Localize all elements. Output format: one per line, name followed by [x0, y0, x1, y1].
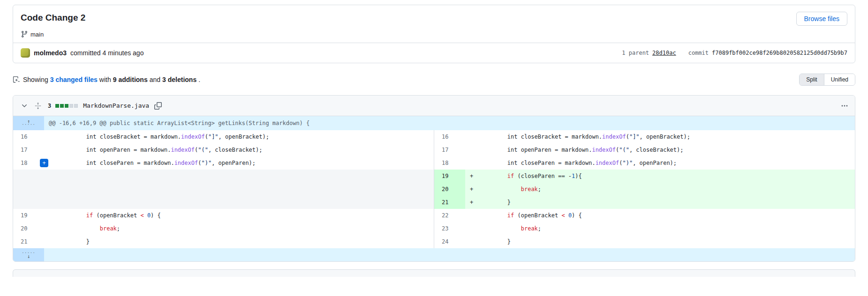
code-token: break: [521, 186, 538, 192]
added-line-marker: +: [470, 186, 480, 192]
code-line: break;: [44, 222, 434, 235]
line-number-cell[interactable]: 17: [13, 143, 44, 156]
diff-code-row: 17 int openParen = markdown.indexOf("(",…: [13, 143, 855, 156]
code-token: [480, 173, 507, 179]
code-token: , openBracket);: [219, 133, 269, 140]
line-number-cell[interactable]: 23: [434, 222, 465, 235]
branch-indicator: main: [21, 30, 847, 38]
code-token: (: [619, 160, 622, 166]
expand-up-button[interactable]: ↑ ·····: [13, 116, 44, 130]
code-token: (openBracket: [93, 212, 140, 219]
code-token: <: [140, 212, 143, 219]
diff-half-left: [13, 183, 434, 196]
line-number-cell[interactable]: 18+: [13, 156, 44, 170]
empty-code-cell: [44, 170, 434, 183]
code-line: int openParen = markdown.indexOf("(", cl…: [465, 143, 855, 156]
browse-files-button[interactable]: Browse files: [796, 12, 847, 26]
code-token: (: [205, 133, 208, 140]
diff-code-row: 20+ break;: [13, 183, 855, 196]
code-line: int closeBracket = markdown.indexOf("]",…: [465, 130, 855, 143]
code-line: int closeParen = markdown.indexOf(")", o…: [465, 156, 855, 170]
drag-grip-icon[interactable]: [33, 101, 43, 111]
line-number-cell[interactable]: 20: [13, 222, 44, 235]
code-token: [144, 212, 147, 219]
line-number-cell[interactable]: 19: [434, 170, 465, 183]
code-token: "(": [619, 147, 629, 153]
period: .: [198, 76, 200, 83]
diff-half-right: 19+ if (closeParen == -1){: [434, 170, 855, 183]
next-file-card-stub: [13, 269, 855, 277]
diff-code-row: 21 }24 }: [13, 235, 855, 248]
line-number-cell[interactable]: 17: [434, 143, 465, 156]
copy-path-icon[interactable]: [153, 101, 163, 111]
code-token: int openParen = markdown.: [59, 147, 171, 153]
code-token: [59, 212, 86, 219]
code-token: if: [507, 173, 514, 179]
diff-half-left: [13, 196, 434, 209]
diff-half-right: 23 break;: [434, 222, 855, 235]
code-token: int closeBracket = markdown.: [59, 133, 181, 140]
code-token: int closeParen = markdown.: [59, 160, 174, 166]
line-number-cell[interactable]: 20: [434, 183, 465, 196]
unified-view-button[interactable]: Unified: [824, 74, 855, 85]
diff-half-right: 18 int closeParen = markdown.indexOf(")"…: [434, 156, 855, 170]
code-token: indexOf: [171, 147, 195, 153]
diff-half-left: 21 }: [13, 235, 434, 248]
hunk-header-row: ↑ ····· @@ -16,6 +16,9 @@ public static …: [13, 116, 855, 130]
author-group: molmedo3 committed 4 minutes ago: [21, 48, 143, 58]
code-line: + }: [465, 196, 855, 209]
line-number-cell[interactable]: 18: [434, 156, 465, 170]
code-token: (: [616, 147, 619, 153]
commit-sha: f7089fbf002ce98f269b8020582125d0dd75b9b7: [712, 50, 847, 56]
code-line: int closeBracket = markdown.indexOf("]",…: [44, 130, 434, 143]
code-token: [480, 186, 521, 192]
code-token: (: [195, 147, 198, 153]
line-number-cell[interactable]: 16: [13, 130, 44, 143]
parent-sha-link[interactable]: 28d10ac: [652, 50, 676, 56]
diffstat-neutral-square: [74, 104, 78, 108]
code-line: int closeParen = markdown.indexOf(")", o…: [44, 156, 434, 170]
line-number-cell[interactable]: 16: [434, 130, 465, 143]
diffstat-neutral-square: [69, 104, 73, 108]
code-token: , closeBracket);: [208, 147, 263, 153]
code-token: (closeParen == -: [514, 173, 572, 179]
code-token: ;: [117, 225, 120, 232]
code-token: [59, 225, 100, 232]
changed-files-link[interactable]: 3 changed files: [50, 76, 98, 83]
diffstat-added-square: [65, 104, 68, 108]
code-line: int openParen = markdown.indexOf("(", cl…: [44, 143, 434, 156]
diff-half-right: 21+ }: [434, 196, 855, 209]
code-token: 1: [572, 173, 575, 179]
line-number-cell[interactable]: 19: [13, 209, 44, 222]
code-line: }: [44, 235, 434, 248]
file-options-kebab-icon[interactable]: [840, 101, 849, 111]
committed-text: committed 4 minutes ago: [70, 49, 143, 57]
diffstat-added-square: [60, 104, 64, 108]
expand-down-button[interactable]: ····· ↓: [13, 248, 44, 261]
diff-code-row: 19+ if (closeParen == -1){: [13, 170, 855, 183]
code-token: ;: [538, 225, 541, 232]
code-token: , openParen);: [211, 160, 256, 166]
line-number-cell[interactable]: 24: [434, 235, 465, 248]
add-comment-plus-button[interactable]: +: [40, 159, 48, 167]
diff-half-right: 22 if (openBracket < 0) {: [434, 209, 855, 222]
code-token: }: [480, 199, 511, 206]
collapse-file-chevron-icon[interactable]: [20, 101, 29, 111]
code-token: (: [198, 160, 201, 166]
file-changed-lines-count: 3: [48, 103, 51, 109]
code-token: indexOf: [596, 160, 619, 166]
file-diff-icon: [13, 76, 20, 83]
diff-half-right: 20+ break;: [434, 183, 855, 196]
diff-code-row: 20 break;23 break;: [13, 222, 855, 235]
split-view-button[interactable]: Split: [800, 74, 823, 85]
line-number-cell[interactable]: 21: [434, 196, 465, 209]
line-number-cell[interactable]: 21: [13, 235, 44, 248]
expand-down-icon: ↓: [27, 255, 30, 258]
file-name-link[interactable]: MarkdownParse.java: [83, 102, 149, 109]
expand-bottom-row: ····· ↓: [13, 248, 855, 261]
author-name-link[interactable]: molmedo3: [34, 49, 67, 57]
code-token: 0: [568, 212, 572, 219]
line-number-cell[interactable]: 22: [434, 209, 465, 222]
author-avatar[interactable]: [21, 48, 30, 58]
git-branch-icon: [21, 30, 28, 38]
